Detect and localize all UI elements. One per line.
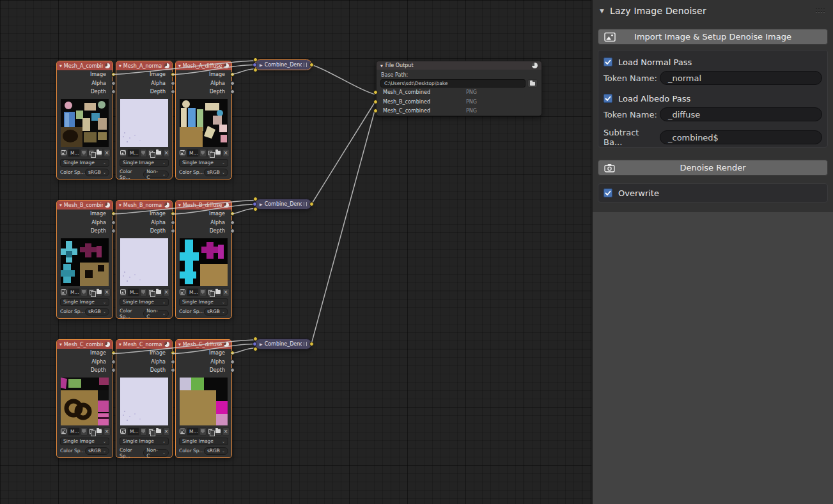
output-socket-image[interactable]	[111, 211, 116, 216]
browse-folder-button[interactable]	[527, 79, 538, 88]
output-socket-image[interactable]	[111, 351, 116, 355]
fake-user-shield-icon[interactable]	[140, 149, 147, 157]
base-path-field[interactable]: C:\Users\sdt\Desktop\bake	[380, 79, 525, 88]
browse-image-icon[interactable]	[60, 288, 67, 296]
image-name-field[interactable]: M...	[68, 288, 80, 296]
collapse-triangle-icon[interactable]: ▼	[119, 342, 121, 346]
source-mode-dropdown[interactable]: Single Image ⌄	[120, 298, 169, 306]
image-node[interactable]: ▼ Mesh_A_diffuse.p.. Image Alpha Depth M…	[175, 61, 232, 179]
input-socket-image[interactable]	[373, 100, 378, 104]
unlink-image-icon[interactable]: ×	[222, 149, 230, 157]
fake-user-shield-icon[interactable]	[199, 288, 206, 296]
unlink-image-icon[interactable]: ×	[163, 288, 170, 296]
fake-user-shield-icon[interactable]	[199, 427, 206, 436]
browse-image-icon[interactable]	[60, 149, 67, 157]
unlink-image-icon[interactable]: ×	[163, 427, 170, 436]
output-socket-alpha[interactable]	[230, 81, 235, 86]
collapse-triangle-icon[interactable]: ▼	[178, 203, 181, 207]
image-node[interactable]: ▼ Mesh_A_normal... Image Alpha Depth M..…	[116, 61, 173, 179]
output-socket-image[interactable]	[309, 342, 314, 346]
browse-image-icon[interactable]	[120, 427, 127, 436]
output-socket-depth[interactable]	[230, 89, 235, 94]
output-socket-alpha[interactable]	[171, 220, 175, 225]
output-socket-depth[interactable]	[171, 368, 175, 372]
output-socket-depth[interactable]	[171, 89, 175, 94]
image-name-field[interactable]: M...	[187, 288, 199, 296]
new-image-icon[interactable]	[88, 149, 95, 157]
source-mode-dropdown[interactable]: Single Image ⌄	[60, 298, 109, 306]
output-socket-image[interactable]	[230, 351, 235, 355]
source-mode-dropdown[interactable]: Single Image ⌄	[60, 438, 109, 445]
image-name-field[interactable]: M...	[127, 427, 139, 436]
normal-token-field[interactable]: _normal	[660, 71, 822, 85]
output-socket-image[interactable]	[171, 72, 175, 77]
expand-triangle-icon[interactable]: ▶	[260, 63, 263, 67]
image-node[interactable]: ▼ Mesh_C_combine Image Alpha Depth M... …	[56, 339, 113, 458]
new-image-icon[interactable]	[207, 288, 214, 296]
unlink-image-icon[interactable]: ×	[104, 427, 111, 436]
colorspace-dropdown[interactable]: sRGB ⌄	[204, 447, 228, 455]
collapse-triangle-icon[interactable]: ▼	[59, 64, 62, 68]
input-socket-normal[interactable]	[253, 202, 257, 206]
new-image-icon[interactable]	[148, 149, 155, 157]
input-socket-albedo[interactable]	[253, 207, 258, 211]
image-name-field[interactable]: M...	[187, 149, 199, 157]
unlink-image-icon[interactable]: ×	[222, 427, 230, 436]
open-image-folder-icon[interactable]	[96, 149, 103, 157]
node-header[interactable]: ▼ Mesh_B_combine	[57, 201, 113, 210]
node-editor-canvas[interactable]: ▼ Mesh_A_combine Image Alpha Depth M... …	[0, 0, 591, 504]
browse-image-icon[interactable]	[60, 427, 67, 436]
output-socket-alpha[interactable]	[230, 220, 235, 225]
output-socket-alpha[interactable]	[111, 220, 116, 225]
output-socket-depth[interactable]	[111, 229, 116, 233]
combine-denoise-node[interactable]: ▶ Combine_Denoise	[254, 59, 312, 70]
image-node[interactable]: ▼ Mesh_A_combine Image Alpha Depth M... …	[56, 61, 113, 179]
node-header[interactable]: ▼ Mesh_C_normal...	[116, 340, 172, 349]
browse-image-icon[interactable]	[179, 288, 186, 296]
source-mode-dropdown[interactable]: Single Image ⌄	[120, 159, 169, 167]
input-socket-albedo[interactable]	[253, 68, 258, 72]
input-socket-image[interactable]	[373, 90, 378, 95]
source-mode-dropdown[interactable]: Single Image ⌄	[179, 438, 228, 445]
open-image-folder-icon[interactable]	[155, 288, 162, 296]
load-albedo-checkbox[interactable]	[603, 94, 612, 103]
open-image-folder-icon[interactable]	[215, 288, 222, 296]
collapse-triangle-icon[interactable]: ▼	[119, 64, 121, 68]
collapse-triangle-icon[interactable]: ▼	[119, 203, 121, 207]
fake-user-shield-icon[interactable]	[140, 288, 147, 296]
fake-user-shield-icon[interactable]	[199, 149, 206, 157]
image-name-field[interactable]: M...	[68, 149, 80, 157]
output-socket-image[interactable]	[230, 211, 235, 216]
browse-image-icon[interactable]	[120, 288, 127, 296]
new-image-icon[interactable]	[148, 288, 155, 296]
output-socket-alpha[interactable]	[171, 81, 175, 86]
panel-drag-grip-icon[interactable]	[816, 8, 826, 13]
new-image-icon[interactable]	[207, 427, 214, 436]
output-socket-alpha[interactable]	[111, 360, 116, 364]
node-header[interactable]: ▼ Mesh_C_combine	[57, 340, 113, 349]
source-mode-dropdown[interactable]: Single Image ⌄	[179, 298, 228, 306]
input-socket-normal[interactable]	[253, 342, 257, 346]
new-image-icon[interactable]	[88, 427, 95, 436]
output-socket-depth[interactable]	[111, 89, 116, 94]
open-image-folder-icon[interactable]	[96, 288, 103, 296]
combine-denoise-node[interactable]: ▶ Combine_Denoise	[254, 339, 312, 349]
combine-denoise-node[interactable]: ▶ Combine_Denoise	[254, 199, 312, 210]
colorspace-dropdown[interactable]: sRGB ⌄	[204, 169, 228, 176]
open-image-folder-icon[interactable]	[155, 149, 162, 157]
node-header[interactable]: ▼ Mesh_A_combine	[57, 61, 113, 70]
open-image-folder-icon[interactable]	[215, 427, 222, 436]
output-socket-image[interactable]	[171, 351, 175, 355]
import-image-button[interactable]: Import Image & Setup Denoise Image	[598, 29, 828, 45]
node-header[interactable]: ▼ File Output	[377, 61, 541, 70]
browse-image-icon[interactable]	[179, 427, 186, 436]
output-socket-depth[interactable]	[171, 229, 175, 233]
output-socket-image[interactable]	[230, 72, 235, 77]
colorspace-dropdown[interactable]: sRGB ⌄	[85, 169, 109, 176]
source-mode-dropdown[interactable]: Single Image ⌄	[120, 438, 169, 445]
image-name-field[interactable]: M...	[127, 288, 139, 296]
output-socket-depth[interactable]	[111, 368, 116, 372]
input-socket-normal[interactable]	[253, 63, 257, 67]
collapse-triangle-icon[interactable]: ▼	[178, 342, 181, 346]
output-socket-alpha[interactable]	[171, 360, 175, 364]
